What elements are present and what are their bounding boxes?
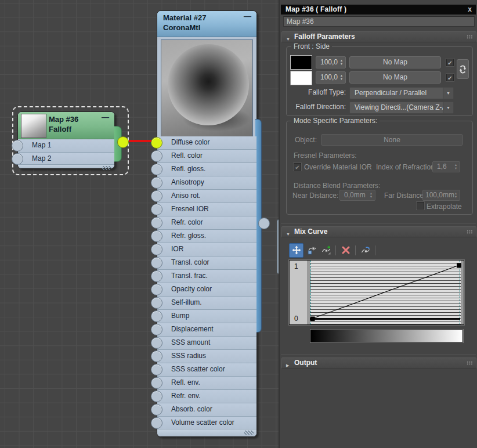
near-distance-spinner[interactable]: 0,0mm ▲▼ <box>339 190 375 201</box>
side-color-swatch[interactable] <box>290 71 312 85</box>
side-amount-spinner[interactable]: 100,0 ▲▼ <box>316 71 346 84</box>
curve-point-end[interactable] <box>457 263 461 268</box>
node-slot[interactable]: Refr. gloss. <box>157 230 256 243</box>
slot-socket-icon[interactable] <box>151 377 162 389</box>
material-output-socket[interactable] <box>258 218 270 229</box>
drag-handle-icon[interactable] <box>467 230 473 234</box>
node-slot[interactable]: Fresnel IOR <box>157 203 256 216</box>
slot-socket-icon[interactable] <box>151 230 162 242</box>
material-node-header[interactable]: Material #27 CoronaMtl — <box>157 11 256 37</box>
falloff-type-dropdown[interactable]: Perpendicular / Parallel ▼ <box>349 87 454 99</box>
object-none-button[interactable]: None <box>321 134 463 146</box>
front-map-checkbox[interactable]: ✔ <box>446 59 454 66</box>
node-slot[interactable]: Anisotropy <box>157 176 256 190</box>
spinner-down-icon[interactable]: ▼ <box>453 196 459 198</box>
resize-grip-icon[interactable] <box>102 166 111 170</box>
slot-socket-icon[interactable] <box>151 270 162 282</box>
close-icon[interactable]: x <box>468 5 472 15</box>
node-slot[interactable]: IOR <box>157 243 256 256</box>
side-map-checkbox[interactable]: ✔ <box>446 74 454 81</box>
slot-socket-icon[interactable] <box>151 284 162 295</box>
slot-socket-icon[interactable] <box>151 150 162 162</box>
delete-point-tool[interactable] <box>339 244 352 257</box>
spinner-down-icon[interactable]: ▼ <box>338 63 345 66</box>
falloff-output-socket[interactable] <box>117 136 129 148</box>
slot-socket-icon[interactable] <box>151 391 162 402</box>
falloff-direction-dropdown[interactable]: Viewing Directi...(Camera Z-Axis) ▼ <box>349 102 454 114</box>
node-slot[interactable]: SSS scatter color <box>157 363 256 377</box>
slot-socket-icon[interactable] <box>151 244 162 255</box>
curve-plot-area[interactable] <box>307 261 464 324</box>
ior-spinner[interactable]: 1,6 ▲▼ <box>432 161 460 172</box>
node-slot[interactable]: Refr. color <box>157 216 256 230</box>
slot-socket-icon[interactable] <box>151 257 162 269</box>
falloff-node[interactable]: Map #36 Falloff — Map 1 Map 2 <box>17 111 115 169</box>
move-point-tool[interactable] <box>289 243 303 258</box>
rollout-output[interactable]: ▶ Output <box>281 357 476 368</box>
node-slot[interactable]: Refl. color <box>157 150 256 163</box>
spinner-down-icon[interactable]: ▼ <box>368 196 374 198</box>
curve-point-start[interactable] <box>310 317 315 321</box>
slot-socket-icon[interactable] <box>151 190 162 202</box>
slot-socket-icon[interactable] <box>12 140 23 151</box>
override-ior-checkbox[interactable]: ✔ <box>294 163 301 171</box>
front-amount-spinner[interactable]: 100,0 ▲▼ <box>316 56 346 68</box>
node-slot[interactable]: Transl. color <box>157 256 256 270</box>
curve-line[interactable] <box>307 261 464 324</box>
drag-handle-icon[interactable] <box>467 361 473 366</box>
front-color-swatch[interactable] <box>290 55 312 70</box>
mix-curve-graph[interactable]: 1 0 <box>289 260 464 325</box>
rollout-falloff-parameters[interactable]: ▼ Falloff Parameters <box>281 31 476 42</box>
material-node[interactable]: Material #27 CoronaMtl — Diffuse color R… <box>157 10 257 437</box>
node-slot[interactable]: Volume scatter color <box>157 417 256 430</box>
slot-label: SSS scatter color <box>171 365 225 373</box>
slot-socket-icon[interactable] <box>151 337 162 349</box>
spinner-down-icon[interactable]: ▼ <box>453 167 459 170</box>
rollout-mix-curve[interactable]: ▼ Mix Curve <box>281 226 476 237</box>
node-slot[interactable]: Self-illum. <box>157 297 256 310</box>
slot-socket-icon[interactable] <box>151 177 162 189</box>
node-slot[interactable]: SSS radius <box>157 350 256 363</box>
slot-socket-icon[interactable] <box>151 417 162 429</box>
node-slot[interactable]: Refl. gloss. <box>157 163 256 176</box>
minimize-icon[interactable]: — <box>102 113 109 121</box>
slot-socket-icon[interactable] <box>151 364 162 375</box>
spinner-down-icon[interactable]: ▼ <box>338 78 345 81</box>
slot-socket-icon[interactable] <box>151 164 162 175</box>
node-slot[interactable]: Diffuse color <box>157 136 256 150</box>
minimize-icon[interactable]: — <box>244 12 251 20</box>
front-map-button[interactable]: No Map <box>349 56 441 68</box>
node-editor-canvas[interactable]: Material #27 CoronaMtl — Diffuse color R… <box>0 0 279 448</box>
slot-socket-icon[interactable] <box>151 324 162 335</box>
slot-socket-icon[interactable] <box>151 204 162 215</box>
slot-socket-icon[interactable] <box>12 153 23 165</box>
node-slot[interactable]: Refr. env. <box>157 390 256 403</box>
node-slot[interactable]: Opacity color <box>157 283 256 297</box>
slot-socket-icon[interactable] <box>151 404 162 416</box>
panel-titlebar[interactable]: Map #36 ( Falloff ) x <box>281 5 476 15</box>
resize-grip-icon[interactable] <box>244 431 254 435</box>
side-map-button[interactable]: No Map <box>349 71 441 84</box>
node-slot[interactable]: Bump <box>157 310 256 323</box>
slot-socket-icon[interactable] <box>151 137 162 149</box>
node-slot[interactable]: Displacement <box>157 323 256 337</box>
slot-socket-icon[interactable] <box>151 310 162 322</box>
node-slot[interactable]: Map 1 <box>18 139 114 153</box>
reset-curve-tool[interactable] <box>359 244 372 257</box>
swap-colors-button[interactable] <box>457 59 469 79</box>
add-point-tool[interactable] <box>319 244 333 257</box>
node-slot[interactable]: Absorb. color <box>157 403 256 417</box>
node-slot[interactable]: Transl. frac. <box>157 270 256 283</box>
drag-handle-icon[interactable] <box>467 35 473 39</box>
node-slot[interactable]: Refl. env. <box>157 377 256 390</box>
map-name-input[interactable]: Map #36 <box>283 16 475 27</box>
slot-socket-icon[interactable] <box>151 297 162 309</box>
node-slot[interactable]: Aniso rot. <box>157 190 256 203</box>
slot-socket-icon[interactable] <box>151 351 162 362</box>
scale-point-tool[interactable] <box>305 244 318 257</box>
far-distance-spinner[interactable]: 100,0mm ▲▼ <box>422 190 460 201</box>
falloff-node-header[interactable]: Map #36 Falloff — <box>18 112 114 139</box>
extrapolate-checkbox[interactable] <box>417 202 424 209</box>
slot-socket-icon[interactable] <box>151 217 162 229</box>
node-slot[interactable]: SSS amount <box>157 337 256 350</box>
